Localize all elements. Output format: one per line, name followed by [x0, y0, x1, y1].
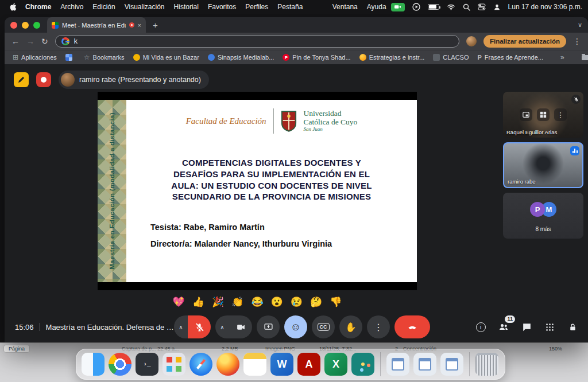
- address-bar[interactable]: k: [55, 35, 459, 48]
- reaction-tada[interactable]: 🎉: [212, 296, 224, 308]
- tile-layout-button[interactable]: [537, 108, 550, 121]
- end-call-button[interactable]: [394, 315, 430, 338]
- terminal-icon[interactable]: ›_: [136, 353, 158, 376]
- more-options-button[interactable]: ⋮: [367, 315, 390, 338]
- minimize-window-button[interactable]: [22, 22, 29, 29]
- mic-muted-button[interactable]: [188, 315, 211, 338]
- reactions-button[interactable]: ☺: [284, 315, 307, 338]
- close-window-button[interactable]: [10, 22, 17, 29]
- activities-apps-icon[interactable]: [543, 321, 556, 333]
- screen-recording-indicator-icon[interactable]: [391, 3, 405, 11]
- finder-icon[interactable]: [82, 353, 105, 376]
- windows-app-icon[interactable]: [386, 353, 409, 376]
- reaction-clap[interactable]: 👏: [231, 296, 243, 308]
- control-center-icon[interactable]: [478, 3, 486, 11]
- bookmark-sinapsis[interactable]: Sinapsis Medialab...: [208, 54, 274, 61]
- tab-search-chevron-icon[interactable]: ∨: [578, 21, 582, 29]
- more-participants-tile[interactable]: P M 8 más: [503, 193, 583, 239]
- wifi-icon[interactable]: [447, 3, 455, 10]
- menu-perfiles[interactable]: Perfiles: [241, 3, 273, 11]
- reaction-laugh[interactable]: 😂: [251, 296, 263, 308]
- windows-app-icon[interactable]: [440, 353, 463, 376]
- chrome-icon[interactable]: [109, 353, 131, 376]
- dock-divider: [380, 352, 381, 376]
- bookmark-all-favorites[interactable]: Todos los favoritos: [582, 54, 588, 61]
- bookmark-mi-vida[interactable]: Mi Vida es un Bazar: [133, 54, 199, 61]
- excel-icon[interactable]: X: [324, 353, 347, 376]
- menu-visualizacion[interactable]: Visualización: [120, 3, 169, 11]
- launchpad-icon[interactable]: [163, 353, 185, 376]
- new-tab-button[interactable]: +: [153, 20, 158, 30]
- word-icon[interactable]: W: [270, 353, 293, 376]
- menu-archivo[interactable]: Archivo: [56, 3, 88, 11]
- menu-favoritos[interactable]: Favoritos: [203, 3, 241, 11]
- info-button[interactable]: i: [474, 321, 487, 333]
- bookmark-icon-only[interactable]: [65, 54, 75, 61]
- firefox-icon[interactable]: [216, 353, 239, 376]
- back-button[interactable]: ←: [11, 37, 20, 45]
- reload-button[interactable]: ↻: [41, 37, 48, 45]
- browser-menu-icon[interactable]: ⋮: [573, 37, 581, 45]
- safari-icon[interactable]: [189, 353, 212, 376]
- menu-ventana[interactable]: Ventana: [328, 3, 362, 11]
- reaction-thumbs-down[interactable]: 👎: [330, 296, 342, 308]
- browser-tab[interactable]: Meet - Maestría en Educa... ×: [47, 17, 146, 33]
- participant-tile-speaking[interactable]: ramiro rabe: [503, 142, 583, 188]
- play-circle-icon[interactable]: [412, 3, 420, 11]
- acrobat-icon[interactable]: A: [297, 353, 320, 376]
- menu-pestana[interactable]: Pestaña: [273, 3, 307, 11]
- footer-divider: [40, 323, 40, 331]
- tab-close-icon[interactable]: ×: [138, 22, 141, 29]
- tile-more-button[interactable]: ⋮: [554, 108, 567, 121]
- presenter-banner[interactable]: ramiro rabe (Presentando y anotando): [59, 71, 209, 89]
- reaction-surprised[interactable]: 😮: [271, 296, 283, 308]
- bookmark-frases[interactable]: P Frases de Aprende...: [478, 54, 543, 61]
- camera-options-chevron-icon[interactable]: ∧: [215, 315, 229, 338]
- trash-icon[interactable]: [475, 353, 498, 376]
- notes-icon[interactable]: [243, 353, 266, 376]
- apple-menu-icon[interactable]: [6, 3, 21, 11]
- bookmark-estrategias[interactable]: Estrategias e instr...: [359, 54, 425, 61]
- finish-update-button[interactable]: Finalizar actualización: [483, 35, 566, 48]
- mic-options-chevron-icon[interactable]: ∧: [174, 315, 188, 338]
- menu-historial[interactable]: Historial: [169, 3, 203, 11]
- profile-avatar[interactable]: [466, 36, 477, 46]
- office-app-icon[interactable]: [351, 353, 374, 376]
- reaction-heart[interactable]: 💖: [173, 296, 185, 308]
- meeting-title: Maestría en Educación. Defensa de tesis …: [46, 323, 176, 332]
- recording-indicator-button[interactable]: [36, 72, 51, 87]
- camera-button[interactable]: [229, 315, 252, 338]
- bookmarks-overflow-icon[interactable]: »: [560, 53, 564, 61]
- windows-app-icon[interactable]: [413, 353, 436, 376]
- menubar-clock[interactable]: Lun 17 de nov 3:06 p.m.: [508, 3, 582, 11]
- zoom-window-button[interactable]: [33, 22, 40, 29]
- more-icon: ⋮: [374, 322, 383, 333]
- bookmark-bookmarks[interactable]: ☆ Bookmarks: [84, 54, 125, 61]
- bookmark-clacso[interactable]: CLACSO: [433, 54, 469, 61]
- bookmark-aplicaciones[interactable]: ⊞ Aplicaciones: [13, 54, 57, 61]
- reaction-thinking[interactable]: 🤔: [310, 296, 322, 308]
- host-controls-button[interactable]: [566, 321, 579, 333]
- menu-ayuda[interactable]: Ayuda: [362, 3, 391, 11]
- participant-tile[interactable]: ⋮ Raquel Eguillor Arias: [503, 92, 583, 138]
- pip-button[interactable]: [520, 108, 532, 121]
- chat-button[interactable]: [520, 321, 533, 333]
- captions-button[interactable]: CC: [312, 315, 335, 338]
- bookmarks-bar: ⊞ Aplicaciones ☆ Bookmarks Mi Vida es un…: [5, 50, 588, 64]
- present-screen-button[interactable]: [257, 315, 280, 338]
- menu-app-name[interactable]: Chrome: [21, 3, 56, 11]
- menu-edicion[interactable]: Edición: [88, 3, 119, 11]
- meeting-panels: i 11: [474, 321, 579, 333]
- people-button[interactable]: 11: [497, 321, 510, 333]
- search-icon[interactable]: [463, 3, 470, 11]
- raise-hand-button[interactable]: ✋: [339, 315, 362, 338]
- reaction-thumbs-up[interactable]: 👍: [192, 296, 204, 308]
- annotation-tool-button[interactable]: [14, 72, 29, 87]
- reaction-sad[interactable]: 😢: [291, 296, 303, 308]
- meet-controlbar: 15:06 Maestría en Educación. Defensa de …: [5, 314, 588, 340]
- battery-icon[interactable]: [428, 4, 439, 10]
- camera-control: ∧: [215, 315, 252, 338]
- user-switcher-icon[interactable]: [493, 3, 501, 11]
- forward-button[interactable]: →: [26, 37, 34, 45]
- bookmark-pinterest[interactable]: P Pin de Tonya Shad...: [283, 54, 350, 61]
